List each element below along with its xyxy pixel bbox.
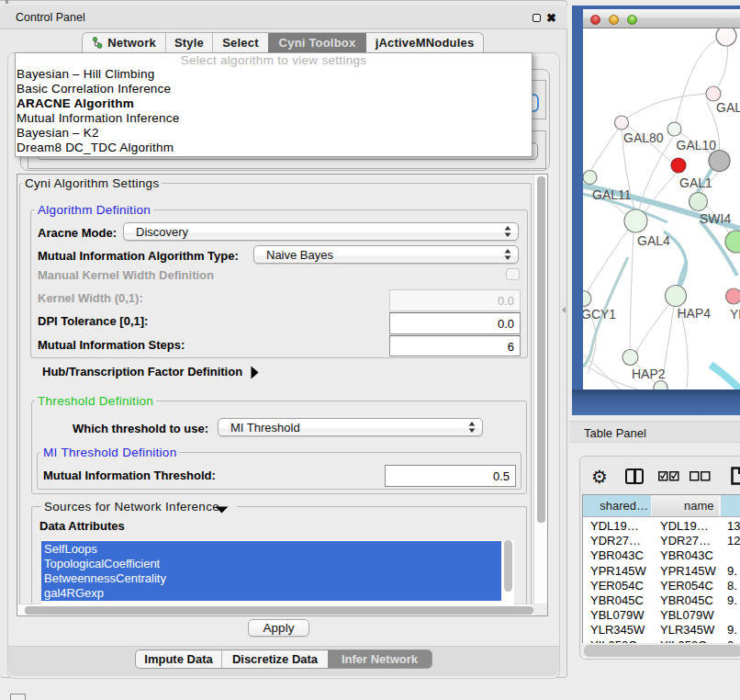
svg-text:GAL2: GAL2 [716,100,740,115]
svg-text:GAL80: GAL80 [623,130,664,145]
svg-text:HAP4: HAP4 [678,306,712,321]
svg-text:GAL4: GAL4 [637,233,670,248]
svg-text:YE: YE [730,307,740,322]
svg-text:HAP2: HAP2 [632,367,666,381]
svg-text:GAL10: GAL10 [677,138,717,152]
svg-text:GCY1: GCY1 [583,307,616,322]
svg-text:SWI4: SWI4 [700,211,731,226]
svg-text:GAL11: GAL11 [592,187,632,202]
svg-text:GAL1: GAL1 [679,175,712,190]
